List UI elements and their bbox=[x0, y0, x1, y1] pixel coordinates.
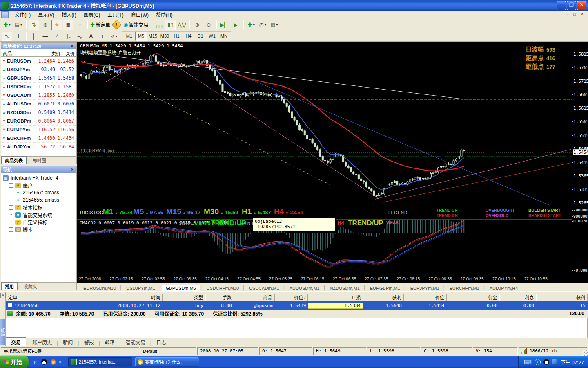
market-watch-close-icon[interactable]: ✕ bbox=[70, 44, 75, 48]
expand-icon[interactable]: + bbox=[9, 205, 13, 210]
timeframe-button-mn[interactable]: MN bbox=[218, 32, 230, 41]
qq-icon[interactable] bbox=[41, 359, 47, 365]
navigator-item-accounts[interactable]: −♟账户 bbox=[1, 182, 76, 189]
zoom-out-button[interactable]: ⊖ bbox=[203, 20, 214, 30]
menu-item-文[interactable]: 文件(F) bbox=[11, 12, 34, 18]
chart-tab-gbpusdm-m5[interactable]: GBPUSDm,M5 bbox=[162, 285, 200, 292]
market-watch-row-usdjpym[interactable]: ▲USDJPYm93.4993.52 bbox=[1, 65, 76, 74]
status-profile[interactable]: Default bbox=[140, 347, 196, 355]
market-watch-row-usdchfm[interactable]: ▲USDCHFm1.15771.1581 bbox=[1, 83, 76, 91]
navigator-tab-2[interactable]: 收藏夹 bbox=[20, 283, 40, 290]
text-tool-button[interactable]: A bbox=[86, 32, 96, 41]
minimize-button[interactable]: — bbox=[557, 1, 566, 10]
timeframe-button-m1[interactable]: M1 bbox=[123, 32, 135, 41]
navigator-toggle-button[interactable]: ★ bbox=[51, 20, 62, 30]
line-chart-button[interactable]: ⋀⋁ bbox=[176, 20, 187, 30]
quick-launch-chevron-icon[interactable]: » bbox=[59, 359, 62, 365]
expand-icon[interactable]: + bbox=[9, 227, 13, 232]
keyboard-layout-icon[interactable]: ⌨ bbox=[524, 359, 532, 365]
chart-tab-audusdm-m1[interactable]: AUDUSDm,M1 bbox=[286, 285, 323, 292]
market-watch-row-eurusdm[interactable]: ▼EURUSDm1.24641.2466 bbox=[1, 57, 76, 65]
data-window-button[interactable]: ⊕ bbox=[40, 20, 51, 30]
market-watch-row-eurjpym[interactable]: ▼EURJPYm116.52116.56 bbox=[1, 126, 76, 134]
chart-tab-usdchfm-m30[interactable]: USDCHFm,M30 bbox=[203, 285, 243, 292]
vertical-line-tool-button[interactable]: │ bbox=[29, 32, 39, 41]
price-chart-canvas[interactable] bbox=[77, 42, 572, 276]
column-header-3[interactable]: 类型 bbox=[163, 294, 205, 301]
child-restore-button[interactable]: □ bbox=[571, 11, 578, 18]
chart-tab-audjpym-h4[interactable]: AUDJPYm,H4 bbox=[486, 285, 522, 292]
terminal-tab-5[interactable]: 邮箱 bbox=[100, 338, 120, 346]
bar-chart-button[interactable]: ╷╷╷ bbox=[154, 20, 164, 30]
column-header-11[interactable]: 利息 bbox=[499, 294, 536, 301]
internet-explorer-icon[interactable]: e bbox=[32, 359, 38, 365]
media-player-icon[interactable] bbox=[51, 359, 56, 365]
arrows-tool-button[interactable]: ⇗▾ bbox=[109, 32, 119, 41]
terminal-toggle-button[interactable]: ≣ bbox=[63, 20, 74, 30]
zoom-in-button[interactable]: ⊕ bbox=[192, 20, 203, 30]
timeframe-button-w1[interactable]: W1 bbox=[206, 32, 218, 41]
chart-tab-eurjpym-m1[interactable]: EURJPYm,M1 bbox=[407, 285, 443, 292]
templates-button[interactable]: ▧▾ bbox=[269, 20, 279, 30]
market-watch-title[interactable]: 市场报价: 11:27:20 ✕ bbox=[1, 43, 76, 49]
update-tray-icon[interactable] bbox=[552, 359, 557, 364]
collapse-tray-icon[interactable]: ‹ bbox=[535, 359, 541, 365]
terminal-close-icon[interactable]: × bbox=[0, 293, 6, 298]
horizontal-line-tool-button[interactable]: — bbox=[40, 32, 51, 41]
navigator-item-platform[interactable]: ▦Interbank FX Trader 4 bbox=[1, 174, 76, 182]
menu-item-插[interactable]: 插入(I) bbox=[58, 12, 80, 18]
timeframe-button-d1[interactable]: D1 bbox=[194, 32, 206, 41]
column-header-8[interactable]: 获利 bbox=[363, 294, 404, 301]
chart-window[interactable]: GBPUSDm,M5 1.5429 1.5454 1.5429 1.5454 均… bbox=[77, 42, 588, 291]
candlestick-chart-button[interactable]: ▮▯ bbox=[165, 20, 176, 30]
market-watch-tab-1[interactable]: 商品列表 bbox=[1, 156, 27, 164]
resize-grip[interactable] bbox=[582, 350, 588, 356]
market-watch-row-audjpym[interactable]: ▼AUDJPYm56.7256.84 bbox=[1, 143, 76, 151]
column-header-10[interactable]: 佣金 bbox=[447, 294, 500, 301]
column-header-6[interactable]: 价位 / bbox=[275, 294, 308, 301]
terminal-tab-4[interactable]: 警报 bbox=[79, 338, 98, 346]
menu-item-窗[interactable]: 窗口(W) bbox=[127, 12, 152, 18]
terminal-tab-7[interactable]: 日志 bbox=[151, 338, 171, 346]
time-axis[interactable]: 27 Oct 200827 Oct 02:1527 Oct 02:5527 Oc… bbox=[77, 276, 572, 283]
start-button[interactable]: 开始 bbox=[0, 356, 29, 368]
profiles-button[interactable]: ▤▾ bbox=[13, 20, 24, 30]
close-button[interactable]: ✕ bbox=[577, 1, 586, 10]
navigator-close-icon[interactable]: ✕ bbox=[70, 167, 75, 172]
navigator-item-account[interactable]: ●2154655: amass bbox=[1, 196, 76, 204]
restore-button[interactable]: ❐ bbox=[567, 1, 576, 10]
chart-tab-eurchfm-m1[interactable]: EURCHFm,M1 bbox=[445, 285, 483, 292]
taskbar-task-1[interactable]: 2154657: Interba... bbox=[68, 357, 132, 367]
navigator-item-script[interactable]: +▤脚本 bbox=[1, 226, 76, 233]
taskbar-task-2[interactable]: 我有点明白为什么... bbox=[135, 357, 199, 367]
timeframe-button-h1[interactable]: H1 bbox=[171, 32, 183, 41]
column-header-9[interactable]: 价位 bbox=[404, 294, 447, 301]
trendline-tool-button[interactable]: ∕ bbox=[51, 32, 62, 41]
market-watch-row-eurgbpm[interactable]: ▼EURGBPm0.80640.8067 bbox=[1, 117, 76, 126]
timeframe-button-m5[interactable]: M5 bbox=[135, 32, 147, 41]
market-watch-row-audusdm[interactable]: ▲AUDUSDm0.60710.6076 bbox=[1, 100, 76, 108]
terminal-tab-3[interactable]: 新闻 bbox=[58, 338, 78, 346]
market-watch-toggle-button[interactable]: ⇅ bbox=[29, 20, 39, 30]
navigator-tab-1[interactable]: 常用 bbox=[1, 282, 18, 290]
column-header-2[interactable]: 时间 bbox=[67, 294, 163, 301]
qq-tray-icon[interactable] bbox=[543, 359, 549, 365]
channel-tool-button[interactable]: ∥E bbox=[63, 32, 74, 41]
expand-icon[interactable]: + bbox=[9, 213, 13, 217]
expert-advisors-button[interactable]: ◉智能交易 bbox=[123, 20, 149, 30]
chart-tab-eurusdm-m30[interactable]: EURUSDm,M30 bbox=[80, 285, 120, 292]
cursor-tool-button[interactable]: ↖ bbox=[2, 32, 12, 41]
column-header-4[interactable]: 手数 bbox=[205, 294, 234, 301]
column-header-12[interactable]: 获利 bbox=[536, 294, 588, 301]
menu-item-帮[interactable]: 帮助(H) bbox=[152, 12, 176, 18]
navigator-item-account[interactable]: ●2154657: amass bbox=[1, 189, 76, 196]
crosshair-tool-button[interactable]: ✛ bbox=[13, 32, 24, 41]
chart-tab-eurgbpm-m1[interactable]: EURGBPm,M1 bbox=[366, 285, 404, 292]
chart-tab-usdcadm-m1[interactable]: USDCADm,M1 bbox=[245, 285, 283, 292]
column-header-7[interactable]: 止损 bbox=[308, 294, 363, 301]
order-row[interactable]: 1238496582008.10.27 11:12buy8.00gbpusdm1… bbox=[6, 301, 588, 310]
chart-shift-button[interactable]: ▶ bbox=[230, 20, 241, 30]
chart-tab-nzdusdm-m1[interactable]: NZDUSDm,M1 bbox=[326, 285, 363, 292]
child-close-button[interactable]: × bbox=[579, 11, 586, 18]
market-watch-row-usdcadm[interactable]: ▼USDCADm1.28551.2860 bbox=[1, 91, 76, 100]
